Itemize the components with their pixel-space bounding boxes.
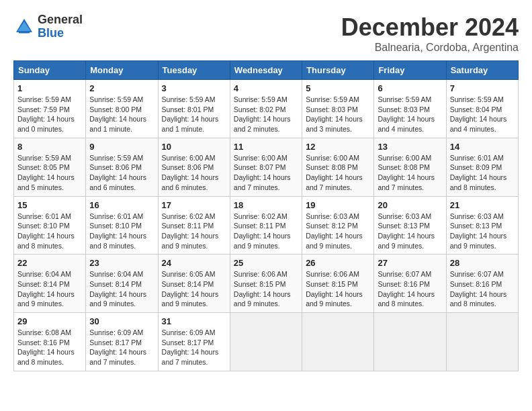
calendar-cell: 28Sunrise: 6:07 AMSunset: 8:16 PMDayligh… bbox=[446, 255, 518, 313]
calendar-cell: 12Sunrise: 6:00 AMSunset: 8:08 PMDayligh… bbox=[302, 138, 374, 196]
day-info: Sunrise: 6:05 AMSunset: 8:14 PMDaylight:… bbox=[162, 269, 226, 309]
calendar-cell: 24Sunrise: 6:05 AMSunset: 8:14 PMDayligh… bbox=[158, 255, 230, 313]
calendar-cell: 18Sunrise: 6:02 AMSunset: 8:11 PMDayligh… bbox=[230, 196, 302, 255]
header-wednesday: Wednesday bbox=[230, 61, 302, 80]
calendar-cell: 9Sunrise: 5:59 AMSunset: 8:06 PMDaylight… bbox=[86, 138, 158, 196]
calendar-cell: 22Sunrise: 6:04 AMSunset: 8:14 PMDayligh… bbox=[14, 255, 86, 313]
calendar-cell: 13Sunrise: 6:00 AMSunset: 8:08 PMDayligh… bbox=[374, 138, 446, 196]
day-info: Sunrise: 5:59 AMSunset: 8:03 PMDaylight:… bbox=[306, 95, 370, 134]
location-title: Balnearia, Cordoba, Argentina bbox=[341, 42, 519, 54]
header-saturday: Saturday bbox=[446, 61, 518, 80]
calendar-cell: 3Sunrise: 5:59 AMSunset: 8:01 PMDaylight… bbox=[158, 80, 230, 138]
calendar-cell: 14Sunrise: 6:01 AMSunset: 8:09 PMDayligh… bbox=[446, 138, 518, 196]
calendar-cell: 8Sunrise: 5:59 AMSunset: 8:05 PMDaylight… bbox=[14, 138, 86, 196]
day-info: Sunrise: 5:59 AMSunset: 8:00 PMDaylight:… bbox=[89, 95, 154, 134]
day-number: 11 bbox=[234, 142, 298, 152]
day-number: 12 bbox=[306, 142, 370, 152]
day-info: Sunrise: 6:00 AMSunset: 8:06 PMDaylight:… bbox=[162, 153, 226, 193]
calendar-cell: 27Sunrise: 6:07 AMSunset: 8:16 PMDayligh… bbox=[374, 255, 446, 313]
day-info: Sunrise: 6:01 AMSunset: 8:09 PMDaylight:… bbox=[450, 153, 515, 193]
calendar-cell: 7Sunrise: 5:59 AMSunset: 8:04 PMDaylight… bbox=[446, 80, 518, 138]
logo-general-text: General bbox=[38, 13, 83, 26]
calendar-cell bbox=[446, 313, 518, 371]
day-number: 26 bbox=[306, 258, 370, 268]
day-info: Sunrise: 5:59 AMSunset: 8:06 PMDaylight:… bbox=[89, 153, 154, 193]
calendar-cell bbox=[230, 313, 302, 371]
day-number: 9 bbox=[89, 142, 154, 152]
calendar-cell: 26Sunrise: 6:06 AMSunset: 8:15 PMDayligh… bbox=[302, 255, 374, 313]
day-number: 8 bbox=[17, 142, 82, 152]
day-number: 3 bbox=[162, 83, 226, 93]
week-row-5: 29Sunrise: 6:08 AMSunset: 8:16 PMDayligh… bbox=[14, 313, 519, 371]
day-number: 27 bbox=[378, 258, 442, 268]
calendar-cell: 10Sunrise: 6:00 AMSunset: 8:06 PMDayligh… bbox=[158, 138, 230, 196]
day-info: Sunrise: 6:09 AMSunset: 8:17 PMDaylight:… bbox=[162, 328, 226, 367]
day-info: Sunrise: 6:08 AMSunset: 8:16 PMDaylight:… bbox=[17, 328, 82, 367]
calendar-cell bbox=[302, 313, 374, 371]
day-number: 19 bbox=[306, 200, 370, 210]
day-number: 14 bbox=[450, 142, 515, 152]
day-info: Sunrise: 5:59 AMSunset: 8:01 PMDaylight:… bbox=[162, 95, 226, 134]
logo: General Blue bbox=[13, 13, 83, 40]
calendar-cell: 16Sunrise: 6:01 AMSunset: 8:10 PMDayligh… bbox=[86, 196, 158, 255]
calendar-cell bbox=[374, 313, 446, 371]
calendar-cell: 19Sunrise: 6:03 AMSunset: 8:12 PMDayligh… bbox=[302, 196, 374, 255]
day-info: Sunrise: 6:03 AMSunset: 8:13 PMDaylight:… bbox=[450, 212, 515, 251]
day-number: 13 bbox=[378, 142, 442, 152]
day-info: Sunrise: 5:59 AMSunset: 7:59 PMDaylight:… bbox=[17, 95, 82, 134]
calendar-cell: 17Sunrise: 6:02 AMSunset: 8:11 PMDayligh… bbox=[158, 196, 230, 255]
day-number: 21 bbox=[450, 200, 515, 210]
day-number: 6 bbox=[378, 83, 442, 93]
calendar-cell: 21Sunrise: 6:03 AMSunset: 8:13 PMDayligh… bbox=[446, 196, 518, 255]
calendar-header-row: SundayMondayTuesdayWednesdayThursdayFrid… bbox=[14, 61, 519, 80]
day-number: 30 bbox=[89, 316, 154, 326]
day-number: 16 bbox=[89, 200, 154, 210]
day-number: 18 bbox=[234, 200, 298, 210]
week-row-3: 15Sunrise: 6:01 AMSunset: 8:10 PMDayligh… bbox=[14, 196, 519, 255]
day-info: Sunrise: 6:04 AMSunset: 8:14 PMDaylight:… bbox=[89, 269, 154, 309]
header-friday: Friday bbox=[374, 61, 446, 80]
calendar-cell: 25Sunrise: 6:06 AMSunset: 8:15 PMDayligh… bbox=[230, 255, 302, 313]
day-number: 20 bbox=[378, 200, 442, 210]
calendar-table: SundayMondayTuesdayWednesdayThursdayFrid… bbox=[13, 60, 519, 371]
calendar-cell: 31Sunrise: 6:09 AMSunset: 8:17 PMDayligh… bbox=[158, 313, 230, 371]
day-info: Sunrise: 6:01 AMSunset: 8:10 PMDaylight:… bbox=[89, 212, 154, 251]
calendar-cell: 20Sunrise: 6:03 AMSunset: 8:13 PMDayligh… bbox=[374, 196, 446, 255]
day-info: Sunrise: 6:06 AMSunset: 8:15 PMDaylight:… bbox=[234, 269, 298, 309]
day-info: Sunrise: 6:01 AMSunset: 8:10 PMDaylight:… bbox=[17, 212, 82, 251]
svg-rect-2 bbox=[19, 31, 30, 33]
week-row-1: 1Sunrise: 5:59 AMSunset: 7:59 PMDaylight… bbox=[14, 80, 519, 138]
day-number: 15 bbox=[17, 200, 82, 210]
day-info: Sunrise: 5:59 AMSunset: 8:04 PMDaylight:… bbox=[450, 95, 515, 134]
day-number: 10 bbox=[162, 142, 226, 152]
day-number: 24 bbox=[162, 258, 226, 268]
day-info: Sunrise: 5:59 AMSunset: 8:03 PMDaylight:… bbox=[378, 95, 442, 134]
day-info: Sunrise: 6:03 AMSunset: 8:12 PMDaylight:… bbox=[306, 212, 370, 251]
week-row-4: 22Sunrise: 6:04 AMSunset: 8:14 PMDayligh… bbox=[14, 255, 519, 313]
day-number: 2 bbox=[89, 83, 154, 93]
day-number: 29 bbox=[17, 316, 82, 326]
month-title: December 2024 bbox=[341, 13, 519, 42]
calendar-cell: 11Sunrise: 6:00 AMSunset: 8:07 PMDayligh… bbox=[230, 138, 302, 196]
calendar-cell: 5Sunrise: 5:59 AMSunset: 8:03 PMDaylight… bbox=[302, 80, 374, 138]
logo-icon bbox=[13, 16, 35, 38]
day-info: Sunrise: 6:07 AMSunset: 8:16 PMDaylight:… bbox=[378, 269, 442, 309]
day-info: Sunrise: 6:09 AMSunset: 8:17 PMDaylight:… bbox=[89, 328, 154, 367]
logo-blue-text: Blue bbox=[38, 26, 64, 40]
day-info: Sunrise: 6:06 AMSunset: 8:15 PMDaylight:… bbox=[306, 269, 370, 309]
day-info: Sunrise: 6:02 AMSunset: 8:11 PMDaylight:… bbox=[234, 212, 298, 251]
day-number: 4 bbox=[234, 83, 298, 93]
day-info: Sunrise: 5:59 AMSunset: 8:05 PMDaylight:… bbox=[17, 153, 82, 193]
day-info: Sunrise: 6:02 AMSunset: 8:11 PMDaylight:… bbox=[162, 212, 226, 251]
day-number: 17 bbox=[162, 200, 226, 210]
day-number: 1 bbox=[17, 83, 82, 93]
day-number: 5 bbox=[306, 83, 370, 93]
day-number: 25 bbox=[234, 258, 298, 268]
calendar-cell: 2Sunrise: 5:59 AMSunset: 8:00 PMDaylight… bbox=[86, 80, 158, 138]
calendar-cell: 23Sunrise: 6:04 AMSunset: 8:14 PMDayligh… bbox=[86, 255, 158, 313]
day-number: 7 bbox=[450, 83, 515, 93]
day-info: Sunrise: 6:00 AMSunset: 8:08 PMDaylight:… bbox=[306, 153, 370, 193]
day-number: 31 bbox=[162, 316, 226, 326]
header-tuesday: Tuesday bbox=[158, 61, 230, 80]
day-number: 28 bbox=[450, 258, 515, 268]
